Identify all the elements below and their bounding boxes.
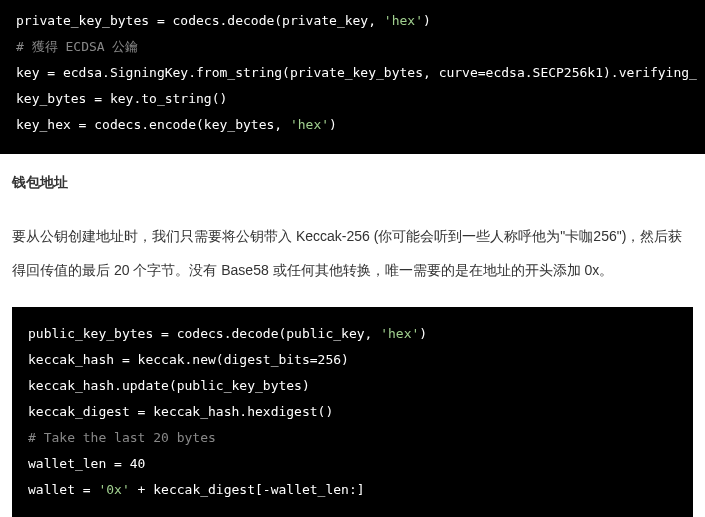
code-string: '0x' (98, 482, 129, 497)
code-text: + keccak_digest[-wallet_len:] (130, 482, 365, 497)
code-text: public_key_bytes = codecs.decode(public_… (28, 326, 380, 341)
code-line: wallet = '0x' + keccak_digest[-wallet_le… (28, 477, 677, 503)
code-line: keccak_hash.update(public_key_bytes) (28, 373, 677, 399)
section-paragraph: 要从公钥创建地址时，我们只需要将公钥带入 Keccak-256 (你可能会听到一… (12, 220, 693, 287)
code-line: key_hex = codecs.encode(key_bytes, 'hex'… (16, 112, 689, 138)
code-line: keccak_digest = keccak_hash.hexdigest() (28, 399, 677, 425)
code-string: 'hex' (384, 13, 423, 28)
code-line: private_key_bytes = codecs.decode(privat… (16, 8, 689, 34)
code-text: private_key_bytes = codecs.decode(privat… (16, 13, 384, 28)
code-text: key_hex = codecs.encode(key_bytes, (16, 117, 290, 132)
code-text: ) (329, 117, 337, 132)
code-line: public_key_bytes = codecs.decode(public_… (28, 321, 677, 347)
section-heading: 钱包地址 (12, 174, 693, 192)
code-line: keccak_hash = keccak.new(digest_bits=256… (28, 347, 677, 373)
code-line: wallet_len = 40 (28, 451, 677, 477)
code-block-1: private_key_bytes = codecs.decode(privat… (0, 0, 705, 154)
code-comment: # 獲得 ECDSA 公鑰 (16, 34, 689, 60)
code-line: key_bytes = key.to_string() (16, 86, 689, 112)
code-string: 'hex' (290, 117, 329, 132)
code-block-2: public_key_bytes = codecs.decode(public_… (12, 307, 693, 517)
code-text: ) (423, 13, 431, 28)
code-text: ) (419, 326, 427, 341)
code-text: wallet = (28, 482, 98, 497)
code-string: 'hex' (380, 326, 419, 341)
text-section: 钱包地址 要从公钥创建地址时，我们只需要将公钥带入 Keccak-256 (你可… (0, 154, 705, 307)
code-line: key = ecdsa.SigningKey.from_string(priva… (16, 60, 689, 86)
code-comment: # Take the last 20 bytes (28, 425, 677, 451)
